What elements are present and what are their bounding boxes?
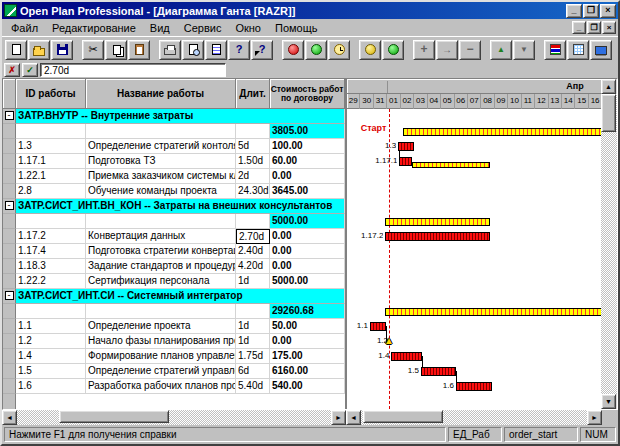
- mdi-close-button[interactable]: ×: [602, 21, 616, 34]
- cell-task-name[interactable]: Задание стандартов и процедур по д: [86, 259, 236, 274]
- cell-task-name[interactable]: Сертификация персонала: [86, 274, 236, 289]
- cell-task-name[interactable]: Разработка рабочих планов проекта: [86, 379, 236, 394]
- task-bar[interactable]: [421, 367, 456, 376]
- table-hscroll-track[interactable]: [17, 410, 331, 425]
- table-hscroll-thumb[interactable]: [59, 410, 169, 423]
- cell-duration[interactable]: [236, 304, 270, 319]
- cell-cost[interactable]: 0.00: [270, 259, 345, 274]
- table-scroll-left-button[interactable]: [2, 410, 17, 425]
- cell-task-id[interactable]: 1.1: [16, 319, 86, 334]
- cell-task-name[interactable]: Приемка заказчиком системы клиент: [86, 169, 236, 184]
- status-green-button[interactable]: [305, 40, 327, 60]
- cell-task-name[interactable]: Обучение команды проекта: [86, 184, 236, 199]
- cell-cost[interactable]: 5000.00: [270, 274, 345, 289]
- cell-cost[interactable]: 6160.00: [270, 364, 345, 379]
- cell-task-name[interactable]: [86, 214, 236, 229]
- cell-task-id[interactable]: 1.6: [16, 379, 86, 394]
- task-bar[interactable]: [398, 142, 414, 151]
- cell-cost[interactable]: 0.00: [270, 169, 345, 184]
- cell-task-id[interactable]: 1.17.2: [16, 229, 86, 244]
- cell-duration[interactable]: 1.50d: [236, 154, 270, 169]
- cell-duration[interactable]: 1.75d: [236, 349, 270, 364]
- cell-cost[interactable]: 0.00: [270, 244, 345, 259]
- cell-task-id[interactable]: 1.3: [16, 139, 86, 154]
- task-bar[interactable]: [391, 352, 422, 361]
- resource-green-button[interactable]: [382, 40, 404, 60]
- insert-link-button[interactable]: [436, 40, 458, 60]
- cell-task-name[interactable]: [86, 304, 236, 319]
- cell-task-id[interactable]: 1.17.1: [16, 154, 86, 169]
- cell-task-id[interactable]: 1.4: [16, 349, 86, 364]
- cell-task-id[interactable]: 1.2: [16, 334, 86, 349]
- cell-task-id[interactable]: 2.8: [16, 184, 86, 199]
- paste-button[interactable]: [128, 40, 150, 60]
- vertical-scrollbar[interactable]: [601, 79, 617, 409]
- confirm-edit-button[interactable]: ✓: [22, 63, 38, 77]
- summary-bar[interactable]: [385, 308, 601, 316]
- copy-button[interactable]: [105, 40, 127, 60]
- cell-task-name[interactable]: Подготовка стратегии конвертации: [86, 244, 236, 259]
- cell-duration[interactable]: 24.30d: [236, 184, 270, 199]
- cell-task-name[interactable]: Начало фазы планирования проекта: [86, 334, 236, 349]
- restore-button[interactable]: ❐: [583, 4, 599, 18]
- mdi-restore-button[interactable]: ❐: [587, 21, 601, 34]
- section-title[interactable]: ЗАТР.СИСТ_ИНТ.ВН_КОН -- Затраты на внешн…: [16, 199, 345, 214]
- cell-cost[interactable]: 0.00: [270, 334, 345, 349]
- cell-cost[interactable]: 3645.00: [270, 184, 345, 199]
- remove-activity-button[interactable]: [459, 40, 481, 60]
- cell-task-name[interactable]: Формирование планов управления: [86, 349, 236, 364]
- collapse-button[interactable]: -: [5, 111, 14, 120]
- gantt-view-button[interactable]: [544, 40, 566, 60]
- menu-item-edit[interactable]: Редактирование: [45, 20, 143, 36]
- cell-cost[interactable]: 3805.00: [270, 124, 345, 139]
- menu-item-view[interactable]: Вид: [143, 20, 177, 36]
- minimize-button[interactable]: _: [566, 4, 582, 18]
- status-red-button[interactable]: [282, 40, 304, 60]
- cell-duration[interactable]: 1d: [236, 319, 270, 334]
- task-bar[interactable]: [370, 322, 386, 331]
- milestone-marker[interactable]: ▲: [384, 335, 394, 347]
- table-hscrollbar[interactable]: [2, 410, 346, 425]
- collapse-button[interactable]: -: [5, 291, 14, 300]
- print-button[interactable]: [159, 40, 181, 60]
- vscroll-track[interactable]: [601, 94, 617, 394]
- task-bar[interactable]: [399, 157, 411, 166]
- scroll-down-button[interactable]: [601, 394, 616, 409]
- cell-duration[interactable]: [236, 214, 270, 229]
- cell-duration[interactable]: 2.40d: [236, 244, 270, 259]
- summary-bar[interactable]: [385, 218, 489, 226]
- help-button[interactable]: [228, 40, 250, 60]
- save-file-button[interactable]: [51, 40, 73, 60]
- network-view-button[interactable]: [590, 40, 612, 60]
- collapse-button[interactable]: -: [5, 201, 14, 210]
- cell-task-name[interactable]: Определение стратегий контоля и отч: [86, 139, 236, 154]
- open-file-button[interactable]: [28, 40, 50, 60]
- report-button[interactable]: [205, 40, 227, 60]
- header-duration[interactable]: Длит.: [236, 79, 270, 109]
- cell-task-id[interactable]: 1.18.3: [16, 259, 86, 274]
- add-activity-button[interactable]: [413, 40, 435, 60]
- gantt-hscroll-thumb[interactable]: [363, 410, 443, 423]
- cell-duration[interactable]: 6d: [236, 364, 270, 379]
- print-preview-button[interactable]: [182, 40, 204, 60]
- cell-task-id[interactable]: [16, 304, 86, 319]
- section-title[interactable]: ЗАТР.ВНУТР -- Внутренние затраты: [16, 109, 345, 124]
- move-up-button[interactable]: [490, 40, 512, 60]
- gantt-scroll-left-button[interactable]: [346, 410, 361, 425]
- menu-item-file[interactable]: Файл: [4, 20, 45, 36]
- cell-cost[interactable]: 5000.00: [270, 214, 345, 229]
- section-title[interactable]: ЗАТР.СИСТ_ИНТ.СИ -- Системный интегратор: [16, 289, 345, 304]
- resource-yellow-button[interactable]: [359, 40, 381, 60]
- cell-duration[interactable]: 2.70d: [236, 229, 270, 244]
- time-analysis-button[interactable]: [328, 40, 350, 60]
- header-name[interactable]: Название работы: [86, 79, 236, 109]
- header-id[interactable]: ID работы: [16, 79, 86, 109]
- cut-button[interactable]: [82, 40, 104, 60]
- cell-duration[interactable]: [236, 124, 270, 139]
- cell-duration[interactable]: 1d: [236, 334, 270, 349]
- baseline-bar[interactable]: [412, 162, 490, 168]
- task-bar[interactable]: [385, 232, 489, 241]
- summary-bar[interactable]: [403, 128, 601, 136]
- cell-task-name[interactable]: Подготовка ТЗ: [86, 154, 236, 169]
- new-file-button[interactable]: [5, 40, 27, 60]
